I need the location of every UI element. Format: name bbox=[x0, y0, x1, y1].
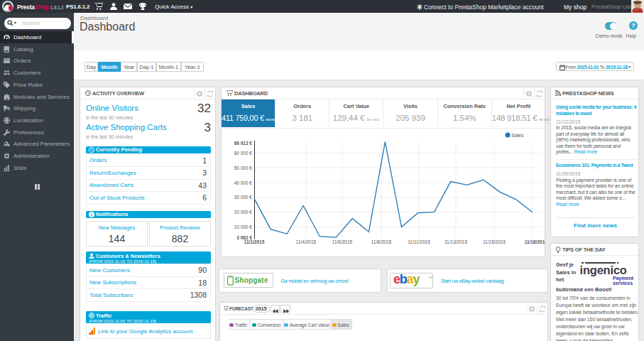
svg-text:60 000 €: 60 000 € bbox=[234, 151, 253, 156]
svg-text:30 000 €: 30 000 € bbox=[234, 195, 253, 200]
svg-text:11/18/201: 11/18/201 bbox=[525, 239, 545, 244]
svg-text:10 000 €: 10 000 € bbox=[234, 224, 253, 229]
svg-text:11/6/2015: 11/6/2015 bbox=[332, 239, 353, 244]
svg-text:66 912 €: 66 912 € bbox=[234, 141, 253, 146]
svg-text:11/4/2015: 11/4/2015 bbox=[296, 239, 317, 244]
svg-text:Sales: Sales bbox=[511, 133, 524, 138]
svg-text:11/11/2015: 11/11/2015 bbox=[408, 239, 430, 244]
svg-text:50 000 €: 50 000 € bbox=[234, 166, 253, 170]
svg-text:11/8/2015: 11/8/2015 bbox=[371, 239, 392, 244]
svg-text:11/13/2015: 11/13/2015 bbox=[444, 239, 467, 244]
svg-text:40 000 €: 40 000 € bbox=[234, 180, 253, 185]
svg-text:11/15/2015: 11/15/2015 bbox=[483, 239, 506, 244]
svg-text:20 000 €: 20 000 € bbox=[234, 210, 253, 215]
svg-text:11/1/2015: 11/1/2015 bbox=[244, 239, 265, 244]
